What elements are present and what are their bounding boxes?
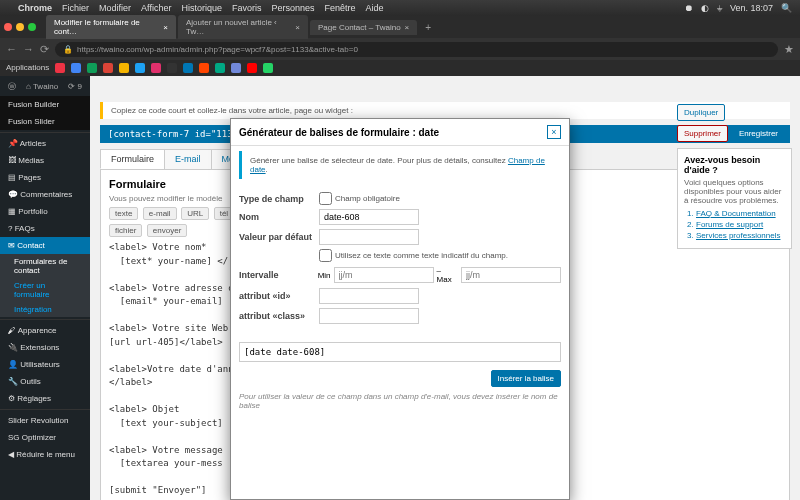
browser-tab[interactable]: Page Contact – Twaino× — [310, 20, 417, 35]
save-button[interactable]: Enregistrer — [732, 125, 785, 142]
wp-logo-icon[interactable]: ⓦ — [8, 81, 16, 92]
forward-button[interactable]: → — [23, 43, 34, 55]
sidebar-item-faqs[interactable]: ? FAQs — [0, 220, 90, 237]
new-tab-button[interactable]: + — [419, 22, 437, 33]
tab-form[interactable]: Formulaire — [100, 149, 165, 169]
class-input[interactable] — [319, 308, 419, 324]
tag-button[interactable]: texte — [109, 207, 138, 220]
sidebar-sub-integration[interactable]: Intégration — [0, 302, 90, 317]
required-checkbox[interactable] — [319, 192, 332, 205]
tag-button[interactable]: URL — [181, 207, 209, 220]
sidebar-item-portfolio[interactable]: ▦ Portfolio — [0, 203, 90, 220]
sidebar-item-articles[interactable]: 📌 Articles — [0, 135, 90, 152]
sidebar-item-pages[interactable]: ▤ Pages — [0, 169, 90, 186]
help-link[interactable]: FAQ & Documentation — [696, 209, 785, 218]
status-icon[interactable]: ⏺ — [684, 3, 693, 13]
default-value-label: Valeur par défaut — [239, 232, 319, 242]
wifi-icon[interactable]: ⏚ — [717, 3, 722, 13]
menu-item[interactable]: Fichier — [62, 3, 89, 13]
sidebar-item-medias[interactable]: 🖾 Médias — [0, 152, 90, 169]
menu-item[interactable]: Favoris — [232, 3, 262, 13]
sidebar-item-sg-optimizer[interactable]: SG Optimizer — [0, 429, 90, 446]
tag-button[interactable]: e-mail — [143, 207, 177, 220]
sidebar-item-tools[interactable]: 🔧 Outils — [0, 373, 90, 390]
search-icon[interactable]: 🔍 — [781, 3, 792, 13]
sidebar-item-settings[interactable]: ⚙ Réglages — [0, 390, 90, 407]
sidebar-collapse[interactable]: ◀ Réduire le menu — [0, 446, 90, 463]
close-modal-button[interactable]: × — [547, 125, 561, 139]
min-date-input[interactable] — [334, 267, 434, 283]
app-name[interactable]: Chrome — [18, 3, 52, 13]
help-text: Voici quelques options disponibles pour … — [684, 178, 785, 205]
lock-icon: 🔒 — [63, 45, 73, 54]
close-tab-icon[interactable]: × — [163, 23, 168, 32]
reload-button[interactable]: ⟳ — [40, 43, 49, 56]
modal-intro: Générer une balise de sélecteur de date.… — [239, 151, 561, 179]
right-column: Dupliquer Supprimer Enregistrer Avez-vou… — [677, 104, 792, 249]
browser-tab[interactable]: Modifier le formulaire de cont…× — [46, 15, 176, 39]
class-attr-label: attribut «class» — [239, 311, 319, 321]
back-button[interactable]: ← — [6, 43, 17, 55]
browser-toolbar: ← → ⟳ 🔒 https://twaino.com/wp-admin/admi… — [0, 38, 800, 60]
field-type-label: Type de champ — [239, 194, 319, 204]
macos-menubar: Chrome Fichier Modifier Afficher Histori… — [0, 0, 800, 16]
placeholder-checkbox[interactable] — [319, 249, 332, 262]
sidebar-item-contact[interactable]: ✉ Contact — [0, 237, 90, 254]
tab-email[interactable]: E-mail — [164, 149, 212, 169]
sidebar-item-comments[interactable]: 💬 Commentaires — [0, 186, 90, 203]
id-input[interactable] — [319, 288, 419, 304]
help-box: Avez-vous besoin d'aide ? Voici quelques… — [677, 148, 792, 249]
tag-button[interactable]: envoyer — [147, 224, 187, 237]
interval-label: Intervalle — [239, 270, 318, 280]
delete-button[interactable]: Supprimer — [677, 125, 728, 142]
close-tab-icon[interactable]: × — [405, 23, 410, 32]
name-input[interactable] — [319, 209, 419, 225]
close-tab-icon[interactable]: × — [295, 23, 300, 32]
sidebar-item-fusion-slider[interactable]: Fusion Slider — [0, 113, 90, 130]
menu-item[interactable]: Personnes — [271, 3, 314, 13]
wp-sidebar: Fusion Builder Fusion Slider 📌 Articles … — [0, 76, 90, 500]
menu-item[interactable]: Historique — [181, 3, 222, 13]
help-title: Avez-vous besoin d'aide ? — [684, 155, 760, 175]
sidebar-item-users[interactable]: 👤 Utilisateurs — [0, 356, 90, 373]
status-icon[interactable]: ◐ — [701, 3, 709, 13]
tag-generator-modal: Générateur de balises de formulaire : da… — [230, 118, 570, 500]
id-attr-label: attribut «id» — [239, 291, 319, 301]
site-link[interactable]: ⌂ Twaino — [26, 82, 58, 91]
minimize-window[interactable] — [16, 23, 24, 31]
bookmarks-bar: Applications — [0, 60, 800, 76]
menu-item[interactable]: Aide — [366, 3, 384, 13]
duplicate-button[interactable]: Dupliquer — [677, 104, 725, 121]
tag-button[interactable]: fichier — [109, 224, 142, 237]
updates-badge[interactable]: ⟳ 9 — [68, 82, 82, 91]
sidebar-sub-create[interactable]: Créer un formulaire — [0, 278, 90, 302]
modal-footer-hint: Pour utiliser la valeur de ce champ dans… — [231, 387, 569, 418]
insert-tag-button[interactable]: Insérer la balise — [491, 370, 561, 387]
browser-tab[interactable]: Ajouter un nouvel article ‹ Tw…× — [178, 15, 308, 39]
modal-title: Générateur de balises de formulaire : da… — [239, 127, 439, 138]
close-window[interactable] — [4, 23, 12, 31]
sidebar-item-fusion-builder[interactable]: Fusion Builder — [0, 96, 90, 113]
help-link[interactable]: Services professionnels — [696, 231, 785, 240]
clock[interactable]: Ven. 18:07 — [730, 3, 773, 13]
browser-tabbar: Modifier le formulaire de cont…× Ajouter… — [0, 16, 800, 38]
apps-button[interactable]: Applications — [6, 63, 49, 73]
menu-item[interactable]: Modifier — [99, 3, 131, 13]
extension-icon[interactable]: ★ — [784, 43, 794, 56]
maximize-window[interactable] — [28, 23, 36, 31]
address-bar[interactable]: 🔒 https://twaino.com/wp-admin/admin.php?… — [55, 42, 778, 57]
sidebar-item-slider-rev[interactable]: Slider Revolution — [0, 412, 90, 429]
menu-item[interactable]: Afficher — [141, 3, 171, 13]
shortcode-output[interactable] — [239, 342, 561, 362]
max-date-input[interactable] — [461, 267, 561, 283]
help-link[interactable]: Forums de support — [696, 220, 785, 229]
field-name-label: Nom — [239, 212, 319, 222]
default-input[interactable] — [319, 229, 419, 245]
window-controls — [4, 23, 36, 31]
sidebar-sub-forms[interactable]: Formulaires de contact — [0, 254, 90, 278]
sidebar-item-extensions[interactable]: 🔌 Extensions — [0, 339, 90, 356]
menu-item[interactable]: Fenêtre — [324, 3, 355, 13]
sidebar-item-appearance[interactable]: 🖌 Apparence — [0, 322, 90, 339]
